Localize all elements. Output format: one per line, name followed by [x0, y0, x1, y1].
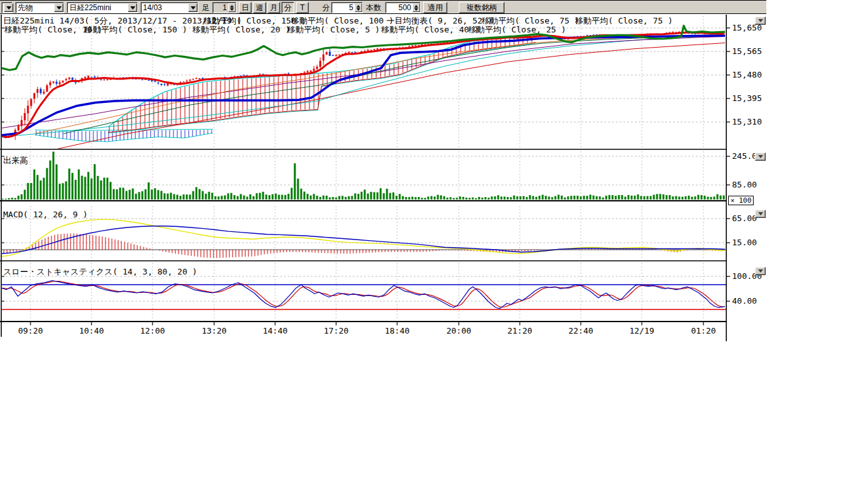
price-panel: [1, 26, 725, 154]
time-axis-label: 14:40: [262, 326, 287, 336]
time-axis-label: 13:20: [201, 326, 226, 336]
axes: 15,65015,56515,48015,39515,310245.0085.0…: [0, 15, 762, 341]
stoch-axis-menu-button[interactable]: [755, 267, 766, 275]
legend-item: 移動平均( Close, 20 ): [192, 25, 290, 34]
volume-panel: [2, 152, 725, 200]
time-axis-label: 01:20: [691, 326, 715, 336]
legend-item: 移動平均( Close, 40 ): [381, 25, 479, 34]
volume-multiplier-badge: × 100: [728, 196, 754, 205]
time-axis-label: 17:20: [323, 326, 348, 336]
trading-app: 先物 日経225mini 14/03 足 日 週 月 分 T 分 本数: [0, 0, 868, 488]
stoch-panel-title: スロー・ストキャスティクス( 14, 3, 80, 20 ): [3, 267, 197, 276]
price-axis-label: 15,565: [732, 46, 762, 56]
macd-axis-menu-button[interactable]: [755, 210, 766, 218]
macd-panel-title: MACD( 12, 26, 9 ): [3, 210, 88, 219]
macd-axis-label: 15.00: [732, 238, 757, 247]
chevron-down-icon: [758, 269, 763, 273]
time-axis-label: 20:00: [446, 326, 471, 336]
stoch-axis-label: 40.00: [732, 296, 757, 306]
price-axis-label: 15,480: [732, 70, 762, 79]
legend-item: 移動平均( Close, 5 ): [287, 25, 380, 34]
macd-axis-label: 65.00: [732, 214, 757, 223]
volume-axis-label: 85.00: [732, 180, 757, 189]
time-axis-label: 22:40: [568, 326, 593, 336]
volume-axis-menu-button[interactable]: [755, 152, 766, 161]
legend-item: 移動平均( Close, 75 ): [574, 16, 673, 25]
stoch-panel: [1, 281, 726, 310]
legend-item: 移動平均( Close, 75 ): [481, 16, 580, 25]
time-axis-label: 21:20: [507, 326, 532, 336]
chevron-down-icon: [758, 19, 763, 22]
time-axis-label: 10:40: [79, 326, 104, 336]
legend-item: 移動平均( Close, 150 ): [84, 25, 187, 34]
price-axis-menu-button[interactable]: [755, 17, 766, 25]
time-axis-label: 18:40: [384, 326, 409, 336]
volume-panel-title: 出来高: [3, 156, 28, 165]
time-axis-label: 12/19: [629, 326, 654, 336]
chart-canvas[interactable]: 日経225mini 14/03( 5分, 2013/12/17 - 2013/1…: [0, 0, 868, 488]
legend-item: 移動平均( Close, 100 ): [290, 16, 394, 25]
chevron-down-icon: [758, 155, 763, 158]
time-axis-label: 09:20: [18, 326, 43, 336]
legend-item: 一目均衡表( 9, 26, 52 ): [386, 16, 492, 25]
price-axis-label: 15,395: [732, 93, 762, 103]
price-axis-label: 15,310: [732, 117, 762, 126]
macd-panel: [1, 219, 726, 258]
legend: 日経225mini 14/03( 5分, 2013/12/17 - 2013/1…: [3, 16, 673, 276]
chevron-down-icon: [758, 212, 763, 215]
time-axis-label: 12:00: [140, 326, 165, 336]
legend-item: 移動平均( Close, 25 ): [468, 25, 566, 34]
